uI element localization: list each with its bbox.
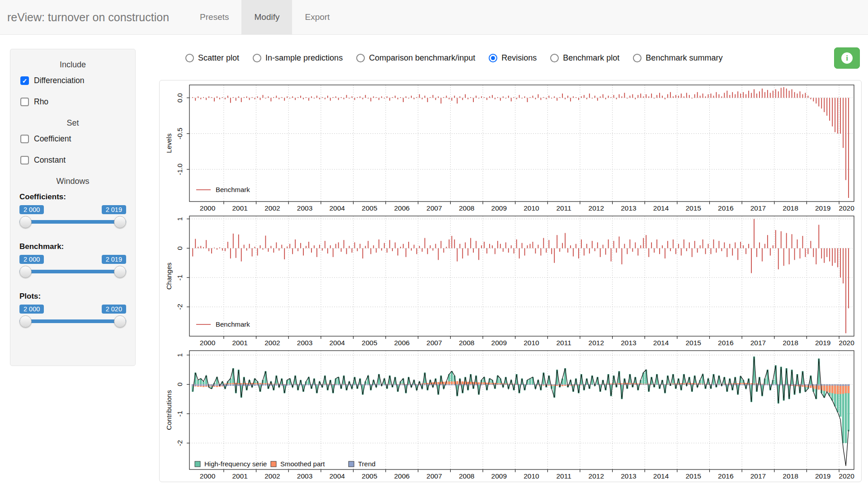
svg-text:2014: 2014 [653,339,669,347]
svg-text:2019: 2019 [815,204,830,212]
chart-levels: 0.0-0.5-1.020002001200220032004200520062… [163,82,858,213]
svg-text:2014: 2014 [653,472,669,480]
svg-text:2001: 2001 [232,472,248,480]
svg-text:2013: 2013 [621,472,636,480]
svg-text:2010: 2010 [524,204,539,212]
slider-handle-right[interactable] [114,315,126,328]
chart-row-levels: 0.0-0.5-1.020002001200220032004200520062… [163,82,858,215]
svg-text:2016: 2016 [718,339,733,347]
svg-text:2012: 2012 [589,204,604,212]
view-radio-comparison-benchmark-input[interactable]: Comparison benchmark/input [356,53,475,63]
svg-text:2008: 2008 [459,339,474,347]
slider-group-benchmark: Benchmark:2 0002 019 [19,242,126,281]
svg-text:2008: 2008 [459,472,474,480]
radio-label: Scatter plot [198,53,239,63]
navbar: reView: turnover on construction Presets… [0,0,868,35]
unchecked-checkbox-icon [20,156,29,164]
slider-title: Coefficients: [19,192,126,202]
svg-text:2008: 2008 [459,204,474,212]
slider-track[interactable] [19,270,126,273]
svg-text:2009: 2009 [491,472,507,480]
radio-icon [185,54,194,62]
svg-text:High-frequency serie: High-frequency serie [204,460,267,468]
svg-text:2007: 2007 [426,472,442,480]
unchecked-checkbox-icon [20,135,29,143]
set-checkbox-constant[interactable]: Constant [20,155,126,165]
svg-text:-0.5: -0.5 [176,128,184,140]
svg-text:2007: 2007 [426,339,442,347]
svg-text:2009: 2009 [491,339,507,347]
nav-tab-modify[interactable]: Modify [241,0,292,34]
svg-text:2006: 2006 [394,472,410,480]
svg-text:0.0: 0.0 [176,93,184,103]
nav-tab-presets[interactable]: Presets [187,0,241,34]
slider-handle-left[interactable] [19,216,32,228]
checkbox-label: Rho [34,97,48,107]
svg-text:Changes: Changes [165,263,173,290]
include-checkbox-rho[interactable]: Rho [20,97,126,107]
svg-text:2012: 2012 [589,339,604,347]
svg-text:2001: 2001 [232,204,248,212]
svg-text:-2: -2 [176,440,184,446]
view-radio-revisions[interactable]: Revisions [489,53,537,63]
slider-track[interactable] [19,319,126,323]
radio-label: Comparison benchmark/input [369,53,475,63]
checkbox-label: Constant [34,155,66,165]
svg-text:2019: 2019 [815,472,830,480]
svg-text:2004: 2004 [329,472,345,480]
svg-text:2009: 2009 [491,204,507,212]
svg-text:2004: 2004 [329,339,345,347]
svg-text:2015: 2015 [685,339,701,347]
view-radio-in-sample-predictions[interactable]: In-sample predictions [253,53,343,63]
main-panel: Scatter plotIn-sample predictionsCompari… [159,35,862,488]
svg-text:-1: -1 [176,275,184,281]
radio-icon [550,54,559,62]
svg-text:1: 1 [176,353,184,357]
include-heading: Include [19,60,126,70]
svg-text:0: 0 [176,246,184,250]
chart-changes: 10-1-22000200120022003200420052006200720… [163,215,858,348]
svg-text:2005: 2005 [362,472,377,480]
svg-text:2005: 2005 [362,204,377,212]
chart-row-changes: 10-1-22000200120022003200420052006200720… [163,215,858,350]
slider-handle-left[interactable] [19,266,32,278]
slider-group-coefficients: Coefficients:2 0002 019 [19,192,126,231]
radio-label: Benchmark plot [563,53,619,63]
set-checkbox-coefficient[interactable]: Coefficient [20,134,126,144]
slider-title: Plots: [19,292,126,301]
include-checkbox-differenciation[interactable]: Differenciation [20,76,126,85]
svg-text:2010: 2010 [524,472,539,480]
svg-text:2014: 2014 [653,204,669,212]
svg-text:2018: 2018 [783,472,798,480]
slider-from-value: 2 000 [19,205,44,214]
checkbox-label: Differenciation [34,76,85,85]
svg-text:2000: 2000 [200,204,216,212]
slider-to-value: 2 019 [102,205,126,214]
view-radio-scatter-plot[interactable]: Scatter plot [185,53,239,63]
svg-text:2006: 2006 [394,339,410,347]
nav-tab-export[interactable]: Export [292,0,342,34]
svg-text:2001: 2001 [232,339,248,347]
radio-label: In-sample predictions [265,53,343,63]
charts-card: 0.0-0.5-1.020002001200220032004200520062… [159,80,862,482]
checkbox-label: Coefficient [34,134,71,144]
range-slider: 2 0002 020 [19,305,126,331]
slider-track[interactable] [19,220,126,224]
slider-handle-right[interactable] [114,216,126,228]
range-slider: 2 0002 019 [19,255,126,281]
svg-text:2016: 2016 [718,204,733,212]
radio-icon [356,54,365,62]
view-radio-benchmark-summary[interactable]: Benchmark summary [633,53,722,63]
radio-icon [633,54,642,62]
view-radio-benchmark-plot[interactable]: Benchmark plot [550,53,619,63]
svg-text:2020: 2020 [839,204,854,212]
slider-handle-left[interactable] [19,315,32,328]
svg-text:2018: 2018 [783,204,798,212]
slider-title: Benchmark: [19,242,126,251]
slider-handle-right[interactable] [114,266,126,278]
svg-text:2017: 2017 [750,472,766,480]
svg-text:2002: 2002 [264,472,280,480]
info-button[interactable]: i [834,47,860,69]
svg-text:2011: 2011 [556,204,571,212]
view-options-row: Scatter plotIn-sample predictionsCompari… [185,47,860,69]
